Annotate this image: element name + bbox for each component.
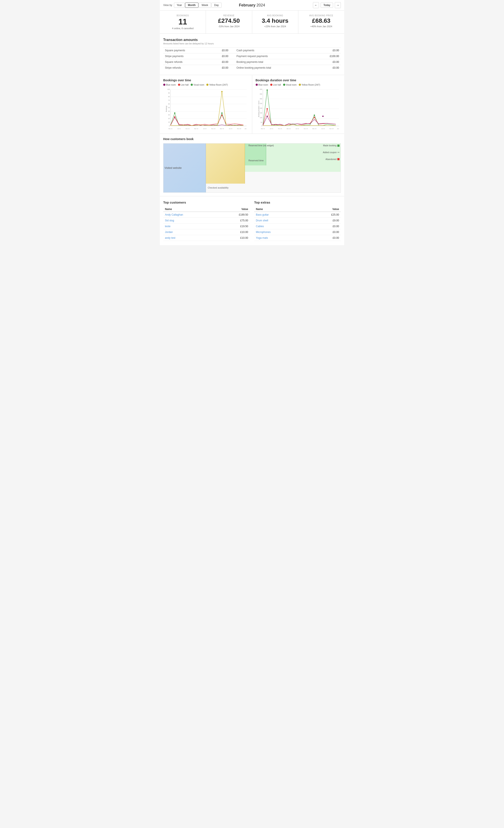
- svg-text:60: 60: [168, 103, 170, 105]
- top-customers-col: Top customers Name Value Andy Callaghan …: [163, 201, 250, 241]
- extra-name[interactable]: Drum shell: [254, 217, 307, 223]
- svg-text:70: 70: [168, 99, 170, 101]
- extra-value: £9.00: [307, 217, 341, 223]
- customer-name[interactable]: andy test: [163, 235, 218, 241]
- top-extras-title: Top extras: [254, 201, 341, 204]
- dur-legend-yellow: Yellow Room (24/7): [299, 84, 320, 86]
- trans-left-value: £0.00: [210, 59, 230, 65]
- transaction-section: Transaction amounts Amounts listed here …: [160, 34, 344, 75]
- view-week-button[interactable]: Week: [199, 3, 211, 8]
- stat-avg-price: AVG BOOKING PRICE £68.63 +40% from Jan 2…: [298, 10, 344, 34]
- customer-name[interactable]: teste: [163, 223, 218, 229]
- duration-chart-area: 400 350 300 250 200 150 100 50 0 Booking…: [256, 87, 341, 130]
- nav-right: ← Today →: [313, 2, 341, 8]
- customer-name[interactable]: Jordan: [163, 229, 218, 235]
- trans-left-label: Square refunds: [163, 59, 210, 65]
- extra-value: £0.00: [307, 223, 341, 229]
- svg-text:50: 50: [168, 107, 170, 108]
- funnel-title: How customers book: [163, 137, 341, 141]
- trans-row: Stripe payments £0.00 Payment request pa…: [163, 53, 341, 59]
- customer-value: £10.00: [218, 235, 250, 241]
- added-coupon-label: Added coupon ≡≡: [323, 151, 339, 154]
- checked-availability-block: [206, 143, 245, 183]
- extra-name[interactable]: Microphones: [254, 229, 307, 235]
- duration-chart-box: Bookings duration over time Blue room Li…: [252, 75, 344, 134]
- svg-text:Nov 21: Nov 21: [278, 128, 282, 129]
- trans-left-label: Stripe refunds: [163, 65, 210, 71]
- customer-name[interactable]: Andy Callaghan: [163, 212, 218, 218]
- extra-row: Microphones £0.00: [254, 229, 341, 235]
- reserved-widget-label: Reserved time (via widget): [248, 144, 274, 147]
- svg-text:Nov 23: Nov 23: [329, 128, 334, 129]
- extra-value: £0.00: [307, 229, 341, 235]
- svg-point-19: [174, 112, 175, 114]
- svg-text:200: 200: [260, 108, 262, 109]
- svg-text:Mar 23: Mar 23: [312, 128, 316, 129]
- extra-name[interactable]: Bass guitar: [254, 212, 307, 218]
- view-year-button[interactable]: Year: [174, 3, 185, 8]
- view-buttons: Year Month Week Day: [174, 3, 221, 8]
- bookings-chart-box: Bookings over time Blue room Live hall V…: [160, 75, 252, 134]
- customers-name-header: Name: [163, 207, 218, 212]
- dur-vocal-dot: [283, 84, 285, 86]
- avg-price-value: £68.63: [302, 17, 341, 24]
- svg-point-51: [266, 89, 268, 91]
- yellow-room-dot: [206, 84, 208, 86]
- top-extras-col: Top extras Name Value Bass guitar £25.00…: [254, 201, 341, 241]
- top-customers-table: Name Value Andy Callaghan £189.50 Sid sl…: [163, 207, 250, 241]
- bookings-chart-title: Bookings over time: [163, 79, 249, 82]
- svg-text:Bookings: Bookings: [166, 106, 167, 112]
- month-title: February 2024: [239, 3, 265, 7]
- stat-revenue: REVENUE £274.50 -53% from Jan 2024: [206, 10, 252, 34]
- dur-legend-vocal: Vocal room: [283, 84, 297, 86]
- view-day-button[interactable]: Day: [211, 3, 221, 8]
- trans-right-label: Online booking payments total: [230, 65, 315, 71]
- customer-value: £19.50: [218, 223, 250, 229]
- next-button[interactable]: →: [335, 2, 341, 8]
- extra-name[interactable]: Cables: [254, 223, 307, 229]
- svg-text:Mar 22: Mar 22: [194, 128, 198, 129]
- legend-yellow-room: Yellow Room (24/7): [206, 84, 228, 86]
- extra-name[interactable]: Yoga mats: [254, 235, 307, 241]
- svg-text:20: 20: [168, 118, 170, 119]
- transaction-title: Transaction amounts: [163, 38, 341, 42]
- customer-row: Andy Callaghan £189.50: [163, 212, 250, 218]
- view-month-button[interactable]: Month: [185, 3, 198, 8]
- vocal-room-dot: [191, 84, 193, 86]
- bookings-value: 11: [163, 17, 202, 26]
- stat-bookings: BOOKINGS 11 4 online, 6 cancelled: [160, 10, 206, 34]
- avg-price-label: AVG BOOKING PRICE: [302, 14, 341, 17]
- svg-text:100: 100: [167, 89, 170, 90]
- svg-text:Mar 23: Mar 23: [220, 128, 224, 129]
- svg-text:90: 90: [168, 92, 170, 94]
- trans-right-value: £0.00: [315, 47, 341, 53]
- customer-row: andy test £10.00: [163, 235, 250, 241]
- svg-text:80: 80: [168, 96, 170, 97]
- svg-text:Jul 21: Jul 21: [269, 128, 273, 129]
- prev-button[interactable]: ←: [313, 2, 319, 8]
- trans-left-label: Stripe payments: [163, 53, 210, 59]
- extras-value-header: Value: [307, 207, 341, 212]
- today-button[interactable]: Today: [321, 3, 333, 8]
- legend-live-hall: Live hall: [178, 84, 189, 86]
- customer-name[interactable]: Sid slug: [163, 217, 218, 223]
- revenue-value: £274.50: [209, 17, 248, 24]
- trans-left-value: £0.00: [210, 47, 230, 53]
- svg-point-23: [221, 115, 223, 116]
- bookings-sub: 4 online, 6 cancelled: [163, 27, 202, 30]
- dur-legend-live: Live hall: [270, 84, 281, 86]
- trans-right-value: £0.00: [315, 59, 341, 65]
- blue-room-dot: [163, 84, 165, 86]
- trans-row: Square payments £0.00 Cash payments £0.0…: [163, 47, 341, 53]
- view-by-label: View by: [163, 4, 172, 7]
- extra-value: £25.00: [307, 212, 341, 218]
- svg-point-22: [221, 112, 223, 114]
- svg-text:Mar 21: Mar 21: [261, 128, 265, 129]
- dur-live-dot: [270, 84, 272, 86]
- checked-label: Checked availability: [208, 187, 228, 189]
- transaction-table: Square payments £0.00 Cash payments £0.0…: [163, 47, 341, 71]
- svg-text:Jul 23: Jul 23: [321, 128, 325, 129]
- svg-text:350: 350: [260, 93, 262, 95]
- duration-chart-title: Bookings duration over time: [256, 79, 341, 82]
- made-booking-label: Made booking: [323, 144, 339, 147]
